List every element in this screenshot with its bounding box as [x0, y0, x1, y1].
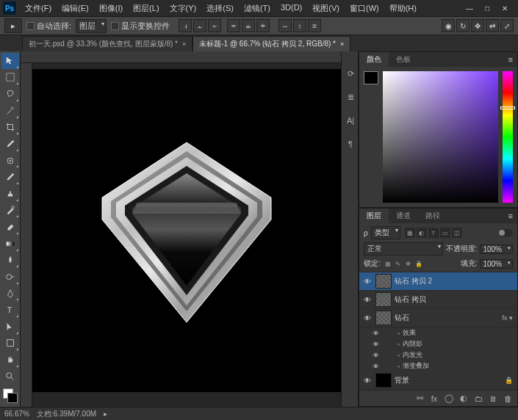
menu-file[interactable]: 文件(F) [21, 1, 56, 15]
auto-select-checkbox[interactable] [26, 22, 35, 30]
distribute-v-icon[interactable]: ↕ [293, 19, 306, 32]
menu-layer[interactable]: 图层(L) [129, 1, 163, 15]
filter-adjust-icon[interactable]: ◐ [417, 228, 427, 238]
eyedropper-tool[interactable] [1, 136, 19, 152]
menu-select[interactable]: 选择(S) [202, 1, 238, 15]
move-tool[interactable] [1, 53, 19, 69]
align-left-icon[interactable]: ⫞ [179, 19, 192, 32]
visibility-eye-icon[interactable]: 👁 [373, 330, 383, 337]
align-right-icon[interactable]: ⫟ [208, 19, 221, 32]
foreground-color[interactable] [364, 71, 378, 84]
document-size-info[interactable]: 文档:6.39M/7.00M [37, 409, 96, 419]
eraser-tool[interactable] [1, 219, 19, 235]
distribute-3-icon[interactable]: ≡ [308, 19, 321, 32]
menu-window[interactable]: 窗口(W) [345, 1, 384, 15]
lock-position-icon[interactable]: ✥ [404, 259, 413, 268]
menu-filter[interactable]: 滤镜(T) [240, 1, 275, 15]
layer-row[interactable]: 👁 钻石 拷贝 2 [359, 272, 517, 291]
layer-filter-toggle[interactable] [498, 229, 513, 236]
layer-row[interactable]: 👁 背景 🔒 [359, 372, 517, 390]
minimize-button[interactable]: — [464, 3, 475, 13]
layers-panel-menu-icon[interactable]: ≡ [504, 211, 517, 220]
swatches-tab[interactable]: 色板 [389, 52, 418, 67]
healing-brush-tool[interactable] [1, 153, 19, 169]
effect-item[interactable]: 👁 ◦内发光 [359, 350, 517, 361]
menu-view[interactable]: 视图(V) [308, 1, 344, 15]
menu-help[interactable]: 帮助(H) [385, 1, 421, 15]
effects-header[interactable]: 👁 ◦效果 [359, 327, 517, 338]
close-button[interactable]: ✕ [499, 3, 511, 13]
filter-smart-icon[interactable]: ◫ [452, 228, 462, 238]
align-bottom-icon[interactable]: ⫩ [256, 19, 270, 32]
3d-scale-icon[interactable]: ⤢ [500, 19, 514, 32]
hue-slider[interactable] [503, 71, 513, 203]
effect-item[interactable]: 👁 ◦内阴影 [359, 338, 517, 350]
lock-pixels-icon[interactable]: ✎ [394, 259, 403, 268]
brush-tool[interactable] [1, 169, 19, 185]
lock-all-icon[interactable]: 🔒 [414, 259, 423, 268]
character-panel-icon[interactable]: A| [343, 113, 358, 128]
shape-tool[interactable] [1, 336, 19, 352]
background-swatch[interactable] [7, 393, 18, 403]
filter-type-icon[interactable]: T [428, 228, 439, 238]
3d-mode-icon[interactable]: ◉ [442, 19, 455, 32]
pen-tool[interactable] [1, 286, 19, 302]
ruler-horizontal[interactable] [21, 51, 341, 63]
dodge-tool[interactable] [1, 269, 19, 285]
hue-cursor[interactable] [500, 106, 515, 109]
layers-tab[interactable]: 图层 [359, 209, 389, 223]
layer-thumbnail[interactable] [375, 373, 392, 388]
properties-panel-icon[interactable]: ≣ [343, 90, 358, 104]
menu-image[interactable]: 图像(I) [95, 1, 127, 15]
hand-tool[interactable] [1, 352, 19, 368]
layer-thumbnail[interactable] [375, 274, 392, 289]
opacity-field[interactable]: 100% [480, 245, 513, 254]
group-icon[interactable]: 🗀 [473, 394, 483, 404]
visibility-eye-icon[interactable]: 👁 [362, 294, 373, 305]
close-tab-icon[interactable]: × [340, 40, 344, 48]
layer-row[interactable]: 👁 钻石 fx ▾ [359, 309, 517, 327]
close-tab-icon[interactable]: × [182, 40, 186, 48]
history-panel-icon[interactable]: ⟳ [343, 66, 358, 81]
adjustment-layer-icon[interactable]: ◐ [458, 394, 469, 404]
layer-name[interactable]: 钻石 拷贝 [395, 294, 514, 305]
layer-thumbnail[interactable] [375, 311, 392, 325]
menu-edit[interactable]: 编辑(E) [57, 1, 93, 15]
visibility-eye-icon[interactable]: 👁 [373, 352, 383, 359]
layer-style-icon[interactable]: fx [429, 394, 439, 404]
auto-select-mode-dropdown[interactable]: 图层 [76, 19, 107, 33]
link-layers-icon[interactable]: ⚯ [414, 394, 425, 404]
layer-filter-kind-dropdown[interactable]: 类型 [371, 226, 400, 239]
delete-layer-icon[interactable]: 🗑 [503, 394, 513, 404]
layer-name[interactable]: 钻石 拷贝 2 [395, 276, 514, 286]
document-tab-0[interactable]: 初一天.psd @ 33.3% (颜色查找, 图层蒙版/8) * × [22, 36, 193, 51]
clone-stamp-tool[interactable] [1, 186, 19, 202]
layer-thumbnail[interactable] [375, 292, 392, 307]
layer-name[interactable]: 背景 [395, 375, 502, 385]
marquee-tool[interactable] [1, 70, 19, 86]
visibility-eye-icon[interactable]: 👁 [373, 363, 383, 370]
lock-transparency-icon[interactable]: ▦ [384, 259, 392, 268]
filter-shape-icon[interactable]: ▭ [440, 228, 450, 238]
3d-orbit-icon[interactable]: ↻ [456, 19, 470, 32]
filter-pixel-icon[interactable]: ▦ [405, 228, 415, 238]
zoom-level[interactable]: 66.67% [4, 410, 29, 418]
tool-preset-picker[interactable]: ▸ [4, 18, 22, 33]
paragraph-panel-icon[interactable]: ¶ [343, 137, 358, 151]
menu-3d[interactable]: 3D(D) [276, 1, 306, 15]
type-tool[interactable]: T [1, 302, 19, 318]
document-view[interactable] [32, 69, 341, 392]
paths-tab[interactable]: 路径 [418, 209, 447, 223]
crop-tool[interactable] [1, 120, 19, 136]
document-tab-1[interactable]: 未标题-1 @ 66.7% (钻石 拷贝 2, RGB/8) * × [193, 36, 350, 51]
fx-badge[interactable]: fx ▾ [502, 314, 513, 322]
zoom-tool[interactable] [1, 369, 19, 385]
gradient-tool[interactable] [1, 236, 19, 252]
new-layer-icon[interactable]: 🗎 [488, 394, 498, 404]
align-center-v-icon[interactable]: ⫨ [242, 19, 255, 32]
fill-field[interactable]: 100% [480, 259, 513, 269]
path-selection-tool[interactable] [1, 319, 19, 335]
channels-tab[interactable]: 通道 [389, 209, 418, 223]
visibility-eye-icon[interactable]: 👁 [362, 375, 373, 385]
color-swatches[interactable] [1, 388, 18, 406]
